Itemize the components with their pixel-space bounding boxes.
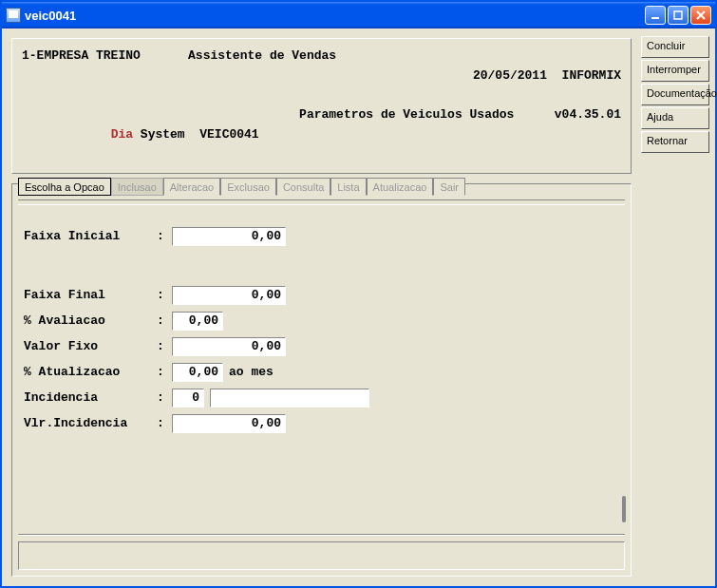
header-date: 20/05/2011	[473, 68, 547, 83]
close-icon	[695, 9, 707, 21]
assistant-title: Assistente de Vendas	[188, 47, 336, 105]
tab-lista[interactable]: Lista	[330, 178, 366, 196]
header-version: v04.35.01	[555, 105, 621, 164]
maximize-button[interactable]	[668, 6, 689, 25]
minimize-button[interactable]	[645, 6, 666, 25]
field-faixa-final[interactable]: 0,00	[172, 286, 286, 305]
field-faixa-inicial[interactable]: 0,00	[172, 227, 286, 246]
field-vlr-incidencia[interactable]: 0,00	[172, 414, 286, 433]
scrollbar-handle[interactable]	[622, 496, 626, 522]
tab-alteracao[interactable]: Alteracao	[163, 178, 220, 196]
label-faixa-final: Faixa Final	[24, 288, 157, 302]
titlebar: veic0041	[2, 2, 715, 28]
field-incidencia-desc[interactable]	[210, 389, 369, 408]
header-db: INFORMIX	[562, 68, 621, 83]
app-icon	[6, 8, 21, 23]
sidebar: Concluir Interromper Documentação Ajuda …	[639, 30, 713, 584]
label-atualizacao: % Atualizacao	[24, 365, 157, 379]
close-button[interactable]	[690, 6, 711, 25]
maximize-icon	[672, 9, 684, 21]
tab-consulta[interactable]: Consulta	[276, 178, 330, 196]
retornar-button[interactable]: Retornar	[641, 131, 709, 153]
tab-atualizacao[interactable]: Atualizacao	[367, 178, 434, 196]
header-subtitle: Parametros de Veiculos Usados	[299, 105, 514, 164]
minimize-icon	[650, 9, 661, 21]
content-frame: Escolha a Opcao Inclusao Alteracao Exclu…	[11, 183, 632, 577]
concluir-button[interactable]: Concluir	[641, 36, 709, 58]
tab-escolha-opcao[interactable]: Escolha a Opcao	[18, 178, 111, 196]
field-valor-fixo[interactable]: 0,00	[172, 337, 286, 356]
label-valor-fixo: Valor Fixo	[24, 339, 157, 353]
brand-rest: System VEIC0041	[133, 127, 259, 142]
company-name: 1-EMPRESA TREINO	[22, 47, 141, 105]
brand-prefix: Dia	[111, 127, 133, 142]
window-frame: veic0041 1-EMPRESA TREINO Assistente de …	[0, 0, 717, 588]
field-avaliacao[interactable]: 0,00	[172, 312, 223, 331]
svg-rect-1	[674, 11, 682, 19]
form-area: Faixa Inicial : 0,00 Faixa Final : 0,00 …	[18, 209, 625, 528]
tab-sair[interactable]: Sair	[433, 178, 465, 196]
label-faixa-inicial: Faixa Inicial	[24, 229, 157, 243]
label-vlr-incidencia: Vlr.Incidencia	[24, 416, 157, 430]
tab-inclusao[interactable]: Inclusao	[111, 178, 163, 196]
svg-rect-0	[651, 17, 659, 19]
ajuda-button[interactable]: Ajuda	[641, 107, 709, 129]
header-panel: 1-EMPRESA TREINO Assistente de Vendas 20…	[11, 38, 632, 174]
field-incidencia[interactable]: 0	[172, 389, 204, 408]
tab-strip: Escolha a Opcao Inclusao Alteracao Exclu…	[18, 177, 625, 198]
divider-bottom	[18, 534, 625, 536]
field-atualizacao[interactable]: 0,00	[172, 363, 223, 382]
window-body: 1-EMPRESA TREINO Assistente de Vendas 20…	[2, 28, 715, 586]
documentacao-button[interactable]: Documentação	[641, 84, 709, 105]
status-bar	[18, 541, 625, 570]
label-incidencia: Incidencia	[24, 390, 157, 405]
main-area: 1-EMPRESA TREINO Assistente de Vendas 20…	[4, 30, 639, 584]
label-avaliacao: % Avaliacao	[24, 313, 157, 328]
suffix-ao-mes: ao mes	[229, 365, 274, 379]
tab-exclusao[interactable]: Exclusao	[220, 178, 276, 196]
window-title: veic0041	[25, 9, 76, 23]
divider-top	[18, 199, 625, 205]
interromper-button[interactable]: Interromper	[641, 60, 709, 82]
